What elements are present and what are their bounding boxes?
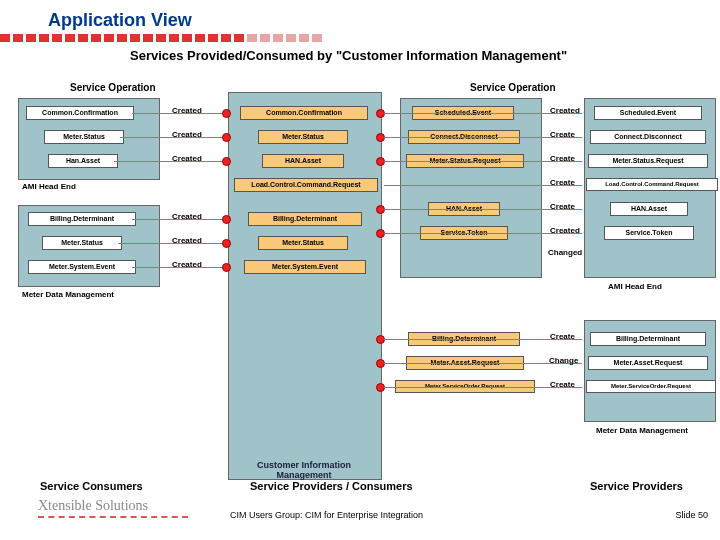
op-label: Created <box>172 236 202 245</box>
msg-box-center: Meter.Status <box>258 130 348 144</box>
footer-label-consumers: Service Consumers <box>40 480 143 492</box>
op-label: Created <box>172 260 202 269</box>
msg-box-right: HAN.Asset <box>610 202 688 216</box>
op-label: Create <box>550 130 575 139</box>
msg-box-right: Load.Control.Command.Request <box>586 178 718 191</box>
msg-box: Common.Confirmation <box>26 106 134 120</box>
op-label: Created <box>172 154 202 163</box>
section-header-right: Service Operation <box>470 82 556 93</box>
msg-box: Meter.Status <box>44 130 124 144</box>
msg-box-center: Meter.Status <box>258 236 348 250</box>
op-label: Create <box>550 154 575 163</box>
container-sched <box>400 98 542 278</box>
msg-box-right: Scheduled.Event <box>594 106 702 120</box>
port-dot <box>222 215 231 224</box>
port-dot <box>222 157 231 166</box>
msg-box-center: Billing.Determinant <box>248 212 362 226</box>
port-dot <box>222 133 231 142</box>
msg-box: Meter.System.Event <box>28 260 136 274</box>
diagram-title: Services Provided/Consumed by "Customer … <box>130 48 567 63</box>
msg-box: Billing.Determinant <box>28 212 136 226</box>
op-label: Create <box>550 202 575 211</box>
connector <box>114 161 228 162</box>
op-label: Create <box>550 332 575 341</box>
footer-label-providers: Service Providers <box>590 480 683 492</box>
container-cim <box>228 92 382 480</box>
msg-box-right: Connect.Disconnect <box>590 130 706 144</box>
op-label: Changed <box>548 248 582 257</box>
section-header-left: Service Operation <box>70 82 156 93</box>
msg-box-right: Billing.Determinant <box>590 332 706 346</box>
op-label: Created <box>172 212 202 221</box>
msg-box: Han.Asset <box>48 154 118 168</box>
msg-box-center: HAN.Asset <box>262 154 344 168</box>
msg-box-center: Load.Control.Command.Request <box>234 178 378 192</box>
msg-box-right: Service.Token <box>604 226 694 240</box>
slide-page: Application View Services Provided/Consu… <box>0 0 720 540</box>
title-rule <box>0 34 380 42</box>
footer-text: CIM Users Group: CIM for Enterprise Inte… <box>230 510 423 520</box>
msg-box-center: Common.Confirmation <box>240 106 368 120</box>
op-label: Change <box>549 356 578 365</box>
branding-logo: Xtensible Solutions <box>38 498 148 514</box>
slide-number: Slide 50 <box>675 510 708 520</box>
msg-box-center: Meter.System.Event <box>244 260 366 274</box>
op-label: Created <box>550 226 580 235</box>
port-dot <box>222 239 231 248</box>
container-ami-right-label: AMI Head End <box>608 282 662 291</box>
page-title: Application View <box>48 10 192 31</box>
container-ami-left-label: AMI Head End <box>22 182 76 191</box>
port-dot <box>222 109 231 118</box>
msg-box: Meter.Status <box>42 236 122 250</box>
msg-box-right: Meter.Status.Request <box>588 154 708 168</box>
container-mdm-left-label: Meter Data Management <box>22 290 114 299</box>
container-cim-label: Customer Information Management <box>230 460 378 480</box>
op-label: Create <box>550 380 575 389</box>
op-label: Created <box>550 106 580 115</box>
op-label: Created <box>172 130 202 139</box>
msg-box-right: Meter.ServiceOrder.Request <box>586 380 716 393</box>
msg-box-right: Meter.Asset.Request <box>588 356 708 370</box>
op-label: Created <box>172 106 202 115</box>
footer-label-pc: Service Providers / Consumers <box>250 480 413 492</box>
container-mdm-right-label: Meter Data Management <box>596 426 688 435</box>
port-dot <box>222 263 231 272</box>
op-label: Create <box>550 178 575 187</box>
